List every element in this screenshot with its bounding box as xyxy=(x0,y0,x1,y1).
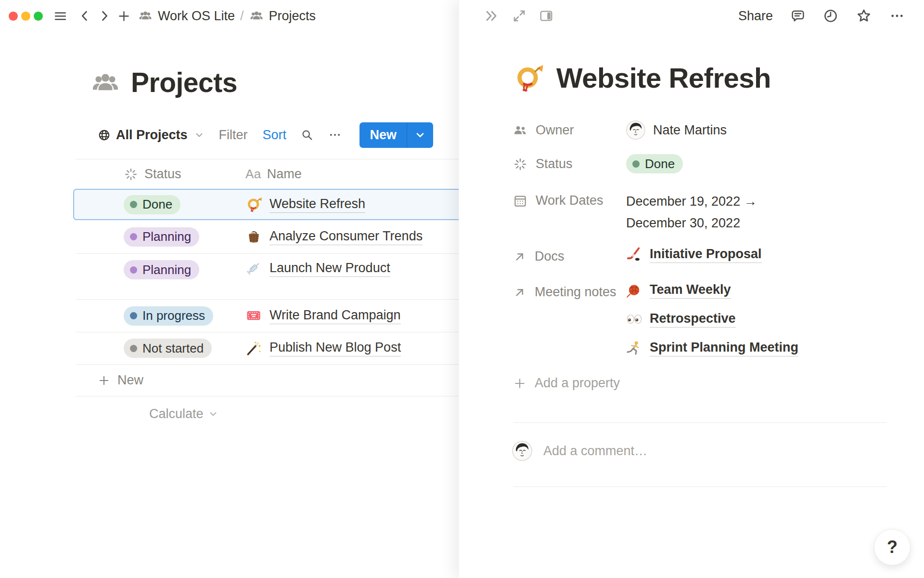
owner-value[interactable]: Nate Martins xyxy=(653,123,727,138)
new-row-button[interactable]: New xyxy=(76,365,459,396)
status-dot xyxy=(130,345,137,352)
help-button[interactable]: ? xyxy=(874,529,911,565)
page-link[interactable]: Website Refresh xyxy=(270,197,365,213)
back-icon[interactable] xyxy=(78,9,91,23)
menu-icon[interactable] xyxy=(53,9,67,23)
page-link[interactable]: Write Brand Campaign xyxy=(270,308,401,324)
side-peek-panel: Share Website Refresh Owner xyxy=(459,0,924,578)
meeting-note-link[interactable]: Team Weekly xyxy=(626,282,887,299)
property-row-work-dates[interactable]: Work Dates December 19, 2022 → December … xyxy=(513,191,887,234)
property-row-meeting-notes[interactable]: Meeting notes Team Weekly Retrospectiv xyxy=(513,282,887,356)
add-property-button[interactable]: Add a property xyxy=(513,376,887,391)
close-peek-icon[interactable] xyxy=(484,8,500,24)
table-row[interactable]: Done Website Refresh xyxy=(73,189,459,220)
comment-input[interactable]: Add a comment… xyxy=(543,444,647,459)
window-controls xyxy=(9,12,43,21)
table-row[interactable]: Planning Launch New Product xyxy=(76,254,459,300)
expand-page-icon[interactable] xyxy=(512,9,526,23)
titlebar: Work OS Lite / Projects xyxy=(0,0,459,32)
new-page-icon[interactable] xyxy=(117,10,130,23)
breadcrumb: Work OS Lite / Projects xyxy=(138,9,316,24)
name-cell[interactable]: Analyze Consumer Trends xyxy=(238,228,459,245)
forward-icon[interactable] xyxy=(98,9,111,23)
table-header-row: Status Aa Name xyxy=(76,159,459,189)
name-cell[interactable]: Launch New Product xyxy=(238,260,459,277)
meeting-note-link-text[interactable]: Team Weekly xyxy=(650,282,731,299)
calculate-button[interactable]: Calculate xyxy=(149,407,218,421)
table-row[interactable]: Planning Analyze Consumer Trends xyxy=(76,220,459,254)
property-row-docs[interactable]: Docs Initiative Proposal xyxy=(513,247,887,264)
zoom-window-button[interactable] xyxy=(34,12,43,21)
history-icon[interactable] xyxy=(823,8,838,24)
status-cell[interactable]: Done xyxy=(76,195,238,214)
more-options-icon[interactable] xyxy=(328,128,342,142)
comments-icon[interactable] xyxy=(790,8,806,24)
status-dot xyxy=(130,233,137,240)
divider xyxy=(513,486,887,487)
page-title-people-icon[interactable] xyxy=(90,70,121,95)
breadcrumb-root[interactable]: Work OS Lite xyxy=(158,9,235,24)
admission-ticket-emoji-icon xyxy=(245,307,262,324)
avatar xyxy=(626,120,645,140)
name-column-header[interactable]: Aa Name xyxy=(238,167,459,182)
table-row[interactable]: In progress Write Brand Campaign xyxy=(76,300,459,332)
table-row[interactable]: Not started Publish New Blog Post xyxy=(76,332,459,365)
share-button[interactable]: Share xyxy=(738,9,773,24)
favorite-star-icon[interactable] xyxy=(856,8,872,24)
status-column-header[interactable]: Status xyxy=(76,167,238,182)
arrow-up-right-icon xyxy=(513,286,526,299)
eyes-emoji-icon xyxy=(626,311,642,328)
status-cell[interactable]: Not started xyxy=(76,339,238,358)
peek-title-row: Website Refresh xyxy=(513,62,771,94)
plus-icon xyxy=(513,377,526,390)
filter-button[interactable]: Filter xyxy=(219,128,248,143)
hockey-emoji-icon xyxy=(626,247,642,263)
new-row-label: New xyxy=(117,373,143,388)
view-selector[interactable]: All Projects xyxy=(98,128,205,143)
page-link[interactable]: Launch New Product xyxy=(270,261,390,277)
page-link[interactable]: Publish New Blog Post xyxy=(270,340,401,356)
property-row-owner[interactable]: Owner Nate Martins xyxy=(513,120,887,140)
sort-button[interactable]: Sort xyxy=(263,128,287,143)
side-peek-mode-icon[interactable] xyxy=(539,9,553,23)
breadcrumb-current[interactable]: Projects xyxy=(269,9,316,24)
chevron-down-icon xyxy=(208,408,218,419)
postal-horn-emoji-icon[interactable] xyxy=(513,63,544,93)
status-cell[interactable]: Planning xyxy=(76,260,238,279)
meeting-note-link[interactable]: Sprint Planning Meeting xyxy=(626,340,887,356)
page-link[interactable]: Analyze Consumer Trends xyxy=(270,229,423,245)
date-range-start[interactable]: December 19, 2022 → xyxy=(626,191,887,212)
doc-link[interactable]: Initiative Proposal xyxy=(626,247,887,263)
search-icon[interactable] xyxy=(300,128,314,142)
property-label: Meeting notes xyxy=(535,285,616,300)
date-range-end[interactable]: December 30, 2022 xyxy=(626,212,887,234)
title-property-icon: Aa xyxy=(245,167,261,182)
name-cell[interactable]: Write Brand Campaign xyxy=(238,307,459,324)
meeting-note-link-text[interactable]: Retrospective xyxy=(650,311,736,328)
calculate-row: Calculate xyxy=(76,396,459,431)
status-cell[interactable]: Planning xyxy=(76,227,238,247)
magic-wand-emoji-icon xyxy=(245,340,262,357)
close-window-button[interactable] xyxy=(9,12,18,21)
database-toolbar: All Projects Filter Sort New xyxy=(98,121,433,148)
status-cell[interactable]: In progress xyxy=(76,306,238,326)
meeting-note-link-text[interactable]: Sprint Planning Meeting xyxy=(650,340,798,356)
new-button[interactable]: New xyxy=(359,122,407,148)
status-badge[interactable]: Done xyxy=(645,157,675,171)
meeting-note-link[interactable]: Retrospective xyxy=(626,311,887,328)
status-dot xyxy=(130,201,137,208)
name-cell[interactable]: Publish New Blog Post xyxy=(238,340,459,357)
main-window-panel: Work OS Lite / Projects Projects All Pro… xyxy=(0,0,459,578)
comment-composer[interactable]: Add a comment… xyxy=(512,441,647,461)
status-column-label: Status xyxy=(144,167,181,182)
side-peek-topbar: Share xyxy=(459,0,924,32)
add-property-label: Add a property xyxy=(535,376,620,391)
page-more-icon[interactable] xyxy=(889,8,905,24)
minimize-window-button[interactable] xyxy=(21,12,30,21)
projects-people-icon xyxy=(249,9,264,23)
chevron-down-icon xyxy=(194,130,205,140)
property-row-status[interactable]: Status Done xyxy=(513,154,887,173)
doc-link-text[interactable]: Initiative Proposal xyxy=(650,247,762,263)
name-cell[interactable]: Website Refresh xyxy=(238,196,459,213)
new-button-chevron-icon[interactable] xyxy=(407,122,433,148)
